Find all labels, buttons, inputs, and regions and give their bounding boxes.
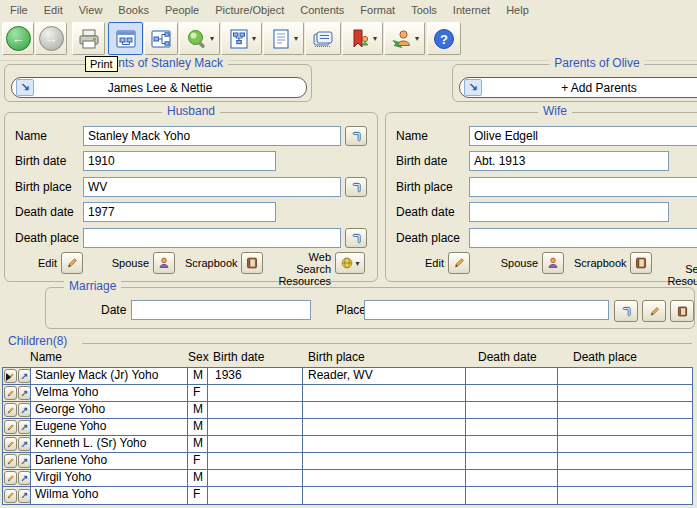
menu-item-picture-object[interactable]: Picture/Object	[207, 1, 292, 19]
child-death-place-cell[interactable]	[558, 402, 692, 418]
child-birth-place-cell[interactable]	[303, 470, 466, 486]
child-name-cell[interactable]: George Yoho	[31, 402, 188, 418]
wife-edit-button[interactable]	[448, 252, 470, 274]
husband-birth-place-input[interactable]	[83, 177, 341, 197]
child-death-date-cell[interactable]	[466, 436, 558, 452]
child-birth-date-cell[interactable]	[208, 419, 303, 435]
child-death-date-cell[interactable]	[466, 487, 558, 504]
menu-item-format[interactable]: Format	[352, 1, 403, 19]
child-birth-place-cell[interactable]	[303, 436, 466, 452]
child-death-date-cell[interactable]	[466, 453, 558, 469]
menu-item-edit[interactable]: Edit	[36, 1, 71, 19]
husband-web-search-button[interactable]: ▾	[335, 252, 365, 274]
child-edit-button[interactable]	[4, 489, 17, 503]
search-dropdown-arrow-icon[interactable]: ▾	[210, 34, 214, 43]
wife-spouse-button[interactable]	[542, 252, 564, 274]
husband-name-source-button[interactable]	[345, 126, 367, 146]
wife-death-place-input[interactable]	[469, 228, 697, 248]
menu-item-tools[interactable]: Tools	[403, 1, 445, 19]
wife-name-input[interactable]	[469, 126, 697, 146]
husband-scrapbook-button[interactable]	[241, 252, 263, 274]
child-goto-button[interactable]: ↗	[18, 420, 31, 434]
search-button[interactable]: ▾	[179, 22, 220, 55]
menu-item-view[interactable]: View	[71, 1, 111, 19]
web-search-dropdown-arrow-icon[interactable]: ▾	[415, 34, 419, 43]
child-name-cell[interactable]: Eugene Yoho	[31, 419, 188, 435]
child-birth-date-cell[interactable]	[208, 402, 303, 418]
husband-death-place-source-button[interactable]	[345, 228, 367, 248]
child-birth-date-cell[interactable]	[208, 385, 303, 401]
child-sex-cell[interactable]: F	[188, 453, 208, 469]
child-death-place-cell[interactable]	[558, 419, 692, 435]
child-death-place-cell[interactable]	[558, 470, 692, 486]
family-view-button[interactable]	[108, 22, 143, 55]
child-sex-cell[interactable]: M	[188, 436, 208, 452]
child-birth-place-cell[interactable]: Reader, WV	[303, 368, 466, 384]
back-button[interactable]: ←	[2, 22, 34, 55]
child-birth-place-cell[interactable]	[303, 385, 466, 401]
wife-birth-date-input[interactable]	[469, 151, 669, 171]
pedigree-view-button[interactable]	[144, 22, 178, 55]
child-birth-date-cell[interactable]	[208, 487, 303, 504]
chart-button[interactable]: ▾	[221, 22, 262, 55]
marriage-source-button[interactable]	[614, 300, 638, 322]
marriage-scrapbook-button[interactable]	[670, 300, 694, 322]
child-birth-date-cell[interactable]	[208, 436, 303, 452]
husband-name-input[interactable]	[83, 126, 341, 146]
child-birth-date-cell[interactable]: 1936	[208, 368, 303, 384]
child-death-place-cell[interactable]	[558, 453, 692, 469]
child-death-date-cell[interactable]	[466, 368, 558, 384]
add-parents-button[interactable]: ↘ + Add Parents	[459, 77, 697, 98]
print-button[interactable]	[72, 22, 105, 55]
wife-death-date-input[interactable]	[469, 202, 669, 222]
child-edit-button[interactable]	[4, 420, 17, 434]
child-edit-button[interactable]	[4, 386, 17, 400]
child-goto-button[interactable]: ↗	[18, 437, 31, 451]
menu-item-people[interactable]: People	[157, 1, 207, 19]
web-search-person-button[interactable]: ▾	[384, 22, 425, 55]
child-death-place-cell[interactable]	[558, 368, 692, 384]
child-death-place-cell[interactable]	[558, 487, 692, 504]
husband-spouse-button[interactable]	[153, 252, 175, 274]
bookmark-button[interactable]: ▾	[342, 22, 383, 55]
husband-death-place-input[interactable]	[83, 228, 341, 248]
chart-dropdown-arrow-icon[interactable]: ▾	[252, 34, 256, 43]
child-edit-button[interactable]	[4, 471, 17, 485]
child-birth-place-cell[interactable]	[303, 453, 466, 469]
wife-birth-place-input[interactable]	[469, 177, 697, 197]
marriage-edit-button[interactable]	[642, 300, 666, 322]
child-edit-button[interactable]	[4, 369, 17, 383]
child-sex-cell[interactable]: M	[188, 402, 208, 418]
child-name-cell[interactable]: Velma Yoho	[31, 385, 188, 401]
bookmark-dropdown-arrow-icon[interactable]: ▾	[373, 34, 377, 43]
child-name-cell[interactable]: Wilma Yoho	[31, 487, 188, 504]
child-edit-button[interactable]	[4, 454, 17, 468]
report-button[interactable]: ▾	[263, 22, 304, 55]
child-sex-cell[interactable]: M	[188, 470, 208, 486]
child-death-date-cell[interactable]	[466, 385, 558, 401]
marriage-place-input[interactable]	[364, 300, 609, 320]
child-goto-button[interactable]: ↗	[18, 369, 31, 383]
child-goto-button[interactable]: ↗	[18, 386, 31, 400]
menu-item-books[interactable]: Books	[110, 1, 157, 19]
child-sex-cell[interactable]: M	[188, 368, 208, 384]
child-goto-button[interactable]: ↗	[18, 489, 31, 503]
child-death-date-cell[interactable]	[466, 402, 558, 418]
child-name-cell[interactable]: Stanley Mack (Jr) Yoho	[31, 368, 188, 384]
child-name-cell[interactable]: Virgil Yoho	[31, 470, 188, 486]
child-edit-button[interactable]	[4, 403, 17, 417]
husband-birth-place-source-button[interactable]	[345, 177, 367, 197]
books-button[interactable]	[305, 22, 341, 55]
child-birth-date-cell[interactable]	[208, 453, 303, 469]
child-sex-cell[interactable]: F	[188, 385, 208, 401]
help-button[interactable]: ?	[427, 22, 461, 55]
child-birth-place-cell[interactable]	[303, 487, 466, 504]
parents-of-husband-button[interactable]: ↘ James Lee & Nettie	[11, 77, 307, 98]
menu-item-contents[interactable]: Contents	[292, 1, 352, 19]
report-dropdown-arrow-icon[interactable]: ▾	[294, 34, 298, 43]
child-goto-button[interactable]: ↗	[18, 403, 31, 417]
child-goto-button[interactable]: ↗	[18, 471, 31, 485]
child-death-date-cell[interactable]	[466, 470, 558, 486]
child-goto-button[interactable]: ↗	[18, 454, 31, 468]
child-death-date-cell[interactable]	[466, 419, 558, 435]
